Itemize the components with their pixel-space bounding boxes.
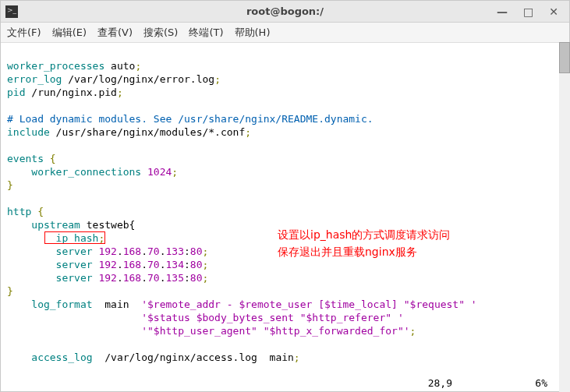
scroll-percent: 6% [535, 376, 547, 390]
code-line: '$status $body_bytes_sent "$http_referer… [7, 312, 404, 323]
minimize-button[interactable]: — [497, 5, 508, 18]
code-line: server 192.168.70.135:80; [7, 272, 208, 284]
code-line: } [7, 179, 13, 191]
scrollbar-thumb[interactable] [559, 42, 570, 73]
code-line: '"$http_user_agent" "$http_x_forwarded_f… [7, 325, 416, 337]
menu-file[interactable]: 文件(F) [7, 26, 41, 40]
terminal-icon [5, 5, 18, 18]
menu-edit[interactable]: 编辑(E) [52, 26, 87, 40]
cursor-position: 28,9 [428, 376, 452, 390]
annotation-line2: 保存退出并且重载nginx服务 [278, 245, 417, 259]
editor-area[interactable]: worker_processes auto; error_log /var/lo… [1, 43, 569, 391]
code-line: events { [7, 153, 56, 164]
close-button[interactable]: ✕ [549, 5, 558, 18]
code-line: server 192.168.70.133:80; [7, 245, 208, 257]
code-line: access_log /var/log/nginx/access.log mai… [7, 351, 300, 363]
code-line: pid /run/nginx.pid; [7, 87, 123, 98]
maximize-button[interactable]: □ [523, 5, 533, 18]
titlebar[interactable]: root@bogon:/ — □ ✕ [1, 1, 569, 23]
code-line: worker_connections 1024; [7, 166, 178, 178]
code-line: worker_processes auto; [7, 60, 141, 72]
window-title: root@bogon:/ [1, 5, 569, 17]
menu-help[interactable]: 帮助(H) [235, 26, 271, 40]
code-line: # Load dynamic modules. See /usr/share/n… [7, 113, 374, 125]
menu-terminal[interactable]: 终端(T) [189, 26, 223, 40]
code-line: upstream testweb{ [7, 219, 135, 231]
menu-view[interactable]: 查看(V) [97, 26, 133, 40]
code-line: http { [7, 206, 44, 217]
terminal-window: root@bogon:/ — □ ✕ 文件(F) 编辑(E) 查看(V) 搜索(… [0, 0, 570, 392]
annotation-line1: 设置以ip_hash的方式调度请求访问 [278, 228, 450, 242]
code-line: include /usr/share/nginx/modules/*.conf; [7, 126, 251, 138]
menubar: 文件(F) 编辑(E) 查看(V) 搜索(S) 终端(T) 帮助(H) [1, 23, 569, 43]
menu-search[interactable]: 搜索(S) [143, 26, 178, 40]
window-controls: — □ ✕ [497, 5, 569, 18]
highlight-box [44, 231, 105, 244]
code-line: log_format main '$remote_addr - $remote_… [7, 298, 477, 310]
code-line: } [7, 285, 13, 297]
code-line: server 192.168.70.134:80; [7, 259, 208, 270]
scrollbar[interactable] [559, 42, 570, 392]
code-line: error_log /var/log/nginx/error.log; [7, 73, 221, 85]
